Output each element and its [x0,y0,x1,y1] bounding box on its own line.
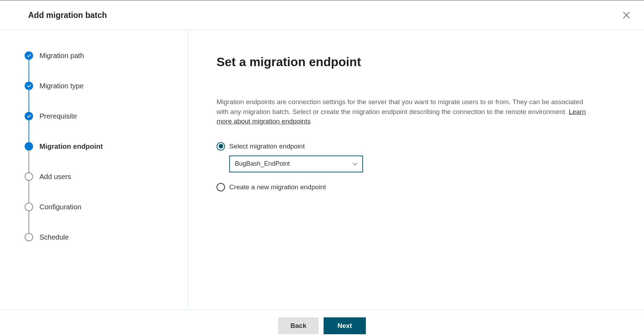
step-label: Migration endpoint [39,142,103,151]
step-migration-path[interactable]: Migration path [25,51,174,82]
check-icon [25,82,33,90]
radio-select-endpoint[interactable]: Select migration endpoint [217,142,590,151]
chevron-down-icon [352,161,357,166]
description-body: Migration endpoints are connection setti… [217,98,583,115]
current-step-icon [25,142,33,151]
step-label: Prerequisite [39,112,77,120]
step-migration-type[interactable]: Migration type [25,82,174,112]
radio-checked-icon [217,142,225,151]
step-connector [29,181,29,203]
step-connector [29,90,29,112]
main-content: Set a migration endpoint Migration endpo… [188,30,629,310]
upcoming-step-icon [25,172,33,181]
endpoint-dropdown[interactable]: BugBash_EndPoint [229,156,363,172]
close-icon [623,12,630,19]
radio-create-endpoint[interactable]: Create a new migration endpoint [217,183,590,191]
step-label: Migration path [39,52,84,60]
dialog-title: Add migration batch [28,11,107,20]
radio-label: Create a new migration endpoint [229,183,326,191]
radio-label: Select migration endpoint [229,142,305,150]
radio-option-select-endpoint: Select migration endpoint BugBash_EndPoi… [217,142,590,172]
check-icon [25,51,33,60]
dialog-footer: Back Next [0,310,644,336]
step-prerequisite[interactable]: Prerequisite [25,112,174,142]
step-connector [29,60,29,82]
step-label: Schedule [39,233,69,241]
step-label: Migration type [39,82,84,90]
wizard-steps-sidebar: Migration path Migration type Prerequisi… [0,30,188,310]
step-configuration[interactable]: Configuration [25,203,174,233]
endpoint-radio-group: Select migration endpoint BugBash_EndPoi… [217,142,590,191]
radio-unchecked-icon [217,183,225,191]
back-button[interactable]: Back [278,317,319,334]
step-list: Migration path Migration type Prerequisi… [25,51,174,241]
dropdown-value: BugBash_EndPoint [235,160,290,167]
close-button[interactable] [619,8,633,22]
dialog-header: Add migration batch [0,0,644,30]
description-text: Migration endpoints are connection setti… [217,97,590,126]
next-button[interactable]: Next [324,317,366,334]
check-icon [25,112,33,120]
step-connector [29,151,29,172]
page-title: Set a migration endpoint [217,55,590,69]
step-label: Add users [39,173,71,181]
upcoming-step-icon [25,233,33,241]
step-add-users[interactable]: Add users [25,172,174,203]
step-migration-endpoint[interactable]: Migration endpoint [25,142,174,172]
step-connector [29,120,29,142]
step-label: Configuration [39,203,81,211]
step-connector [29,211,29,233]
step-schedule[interactable]: Schedule [25,233,174,241]
upcoming-step-icon [25,203,33,211]
